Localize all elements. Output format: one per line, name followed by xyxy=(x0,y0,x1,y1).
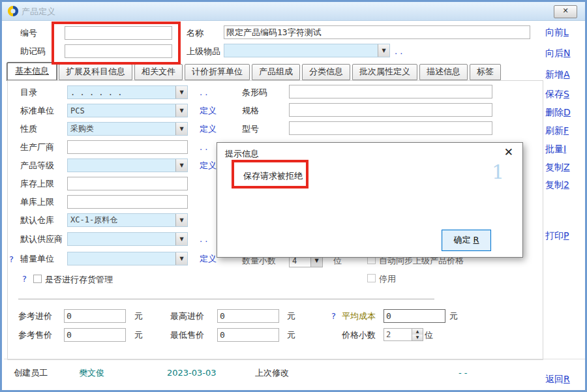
tab-product-composition[interactable]: 产品组成 xyxy=(252,64,300,80)
default-warehouse-value: XC-1-原料仓 xyxy=(68,215,175,226)
dialog-close-icon[interactable]: ✕ xyxy=(504,147,513,158)
nav-delete-link[interactable]: 删除D xyxy=(545,107,571,119)
mnemonic-input[interactable] xyxy=(65,44,172,58)
chevron-down-icon[interactable]: ▼ xyxy=(175,104,187,117)
ref-buy-price-label: 参考进价 xyxy=(18,309,52,323)
inventory-management-checkbox[interactable] xyxy=(33,275,42,283)
ref-sell-price-input[interactable] xyxy=(64,328,126,342)
product-grade-define-link[interactable]: 定义 xyxy=(200,158,217,172)
standard-unit-define-link[interactable]: 定义 xyxy=(200,104,217,117)
product-grade-label: 产品等级 xyxy=(20,158,54,172)
chevron-down-icon[interactable]: ▼ xyxy=(378,44,389,57)
standard-unit-label: 标准单位 xyxy=(20,104,54,117)
single-stock-limit-input[interactable] xyxy=(67,195,188,209)
min-sell-price-input[interactable] xyxy=(217,328,279,342)
manufacturer-browse-link[interactable]: . . xyxy=(200,140,207,154)
nature-value: 采购类 xyxy=(68,123,175,134)
disable-checkbox[interactable] xyxy=(367,274,376,282)
ref-buy-price-input[interactable] xyxy=(64,309,126,323)
stock-upper-limit-label: 库存上限 xyxy=(20,177,54,190)
avg-cost-unit: 元 xyxy=(449,309,458,323)
name-input[interactable] xyxy=(224,25,530,39)
stock-upper-limit-input[interactable] xyxy=(67,177,188,190)
tab-related-files[interactable]: 相关文件 xyxy=(134,64,183,80)
tab-bar: 基本信息 扩展及科目信息 相关文件 计价折算单位 产品组成 分类信息 批次属性定… xyxy=(7,64,503,80)
nav-print-link[interactable]: 打印P xyxy=(545,230,569,242)
nav-batch-link[interactable]: 批量I xyxy=(545,143,566,155)
manufacturer-input[interactable] xyxy=(67,140,188,154)
chevron-down-icon[interactable]: ▼ xyxy=(175,252,187,265)
tab-pricing-conversion-unit[interactable]: 计价折算单位 xyxy=(185,64,250,80)
last-modified-value: - - xyxy=(459,366,468,380)
aux-unit-help-mark[interactable]: ? xyxy=(9,254,14,264)
chevron-down-icon[interactable]: ▼ xyxy=(175,86,187,98)
nav-copy2-link[interactable]: 复制2 xyxy=(545,179,569,191)
chevron-down-icon[interactable]: ▼ xyxy=(175,233,187,245)
avg-cost-label: 平均成本 xyxy=(342,309,376,323)
chevron-down-icon[interactable]: ▼ xyxy=(175,214,187,226)
default-warehouse-combo[interactable]: XC-1-原料仓 ▼ xyxy=(67,213,188,227)
chevron-down-icon[interactable]: ▼ xyxy=(175,159,187,172)
prompt-dialog: 提示信息 ✕ 保存请求被拒绝 确定 R xyxy=(217,142,523,258)
price-decimal-unit: 位 xyxy=(425,328,433,342)
nature-combo[interactable]: 采购类 ▼ xyxy=(67,122,188,136)
nature-define-link[interactable]: 定义 xyxy=(200,122,217,136)
default-supplier-combo[interactable]: ▼ xyxy=(67,232,188,246)
tab-batch-attribute-definition[interactable]: 批次属性定义 xyxy=(352,64,417,80)
tab-label[interactable]: 标签 xyxy=(470,64,501,80)
code-input[interactable] xyxy=(65,26,172,40)
default-supplier-browse-link[interactable]: . . xyxy=(200,232,207,246)
default-warehouse-label: 默认仓库 xyxy=(20,213,54,227)
inventory-check-help-mark[interactable]: ? xyxy=(22,274,27,284)
spec-label: 规格 xyxy=(242,104,259,117)
aux-unit-define-link[interactable]: 定义 xyxy=(200,252,217,265)
ref-sell-price-label: 参考售价 xyxy=(18,328,52,342)
nav-save-link[interactable]: 保存S xyxy=(545,89,569,100)
ref-sell-price-unit: 元 xyxy=(134,328,143,342)
model-label: 型号 xyxy=(242,122,259,136)
tab-basic-info[interactable]: 基本信息 xyxy=(7,63,57,80)
barcode-input[interactable] xyxy=(289,85,492,98)
created-by-label: 创建员工 xyxy=(14,366,48,380)
nav-refresh-link[interactable]: 刷新F xyxy=(545,125,569,137)
spec-input[interactable] xyxy=(289,103,492,117)
max-buy-price-input[interactable] xyxy=(217,309,279,323)
nav-backward-link[interactable]: 向后N xyxy=(545,48,570,59)
mnemonic-label: 助记码 xyxy=(20,44,46,58)
barcode-label: 条形码 xyxy=(242,85,267,99)
product-definition-window: 产品定义 ✕ 编号 助记码 名称 上级物品 ▼ . . 向前L 向后N 新增A … xyxy=(0,0,587,392)
name-label: 名称 xyxy=(187,26,203,40)
code-label: 编号 xyxy=(20,26,37,40)
catalog-label: 目录 xyxy=(20,85,37,99)
price-decimal-label: 价格小数 xyxy=(342,328,376,342)
price-decimal-spinner[interactable]: 2 ▲ ▼ xyxy=(384,328,423,341)
model-input[interactable] xyxy=(289,121,492,135)
nav-forward-link[interactable]: 向前L xyxy=(545,27,569,38)
max-buy-price-label: 最高进价 xyxy=(170,309,204,323)
standard-unit-combo[interactable]: PCS ▼ xyxy=(67,104,188,117)
spinner-up-icon[interactable]: ▲ xyxy=(412,329,423,335)
nav-add-link[interactable]: 新增A xyxy=(545,69,570,81)
tab-description-info[interactable]: 描述信息 xyxy=(419,64,468,80)
tab-classification-info[interactable]: 分类信息 xyxy=(302,64,350,80)
avg-cost-help-mark[interactable]: ? xyxy=(331,311,336,321)
parent-item-browse-link[interactable]: . . xyxy=(395,44,402,58)
window-close-button[interactable]: ✕ xyxy=(554,5,577,18)
app-logo-icon xyxy=(7,5,19,17)
catalog-combo[interactable]: . . . . . . ▼ xyxy=(67,85,188,99)
nav-return-link[interactable]: 返回R xyxy=(545,374,570,385)
spinner-down-icon[interactable]: ▼ xyxy=(412,335,423,340)
ok-button[interactable]: 确定 R xyxy=(442,230,491,251)
chevron-down-icon[interactable]: ▼ xyxy=(175,123,187,135)
aux-unit-combo[interactable]: ▼ xyxy=(67,252,188,265)
parent-item-combo[interactable]: ▼ xyxy=(224,44,390,57)
min-sell-price-unit: 元 xyxy=(287,328,295,342)
dialog-title: 提示信息 xyxy=(225,148,259,160)
catalog-browse-link[interactable]: . . xyxy=(200,85,207,99)
single-stock-limit-label: 单库上限 xyxy=(20,195,54,209)
product-grade-combo[interactable]: ▼ xyxy=(67,158,188,172)
max-buy-price-unit: 元 xyxy=(287,309,295,323)
avg-cost-input[interactable] xyxy=(384,309,445,323)
tab-extended-subject-info[interactable]: 扩展及科目信息 xyxy=(59,64,132,80)
nav-copy-link[interactable]: 复制Z xyxy=(545,162,570,173)
